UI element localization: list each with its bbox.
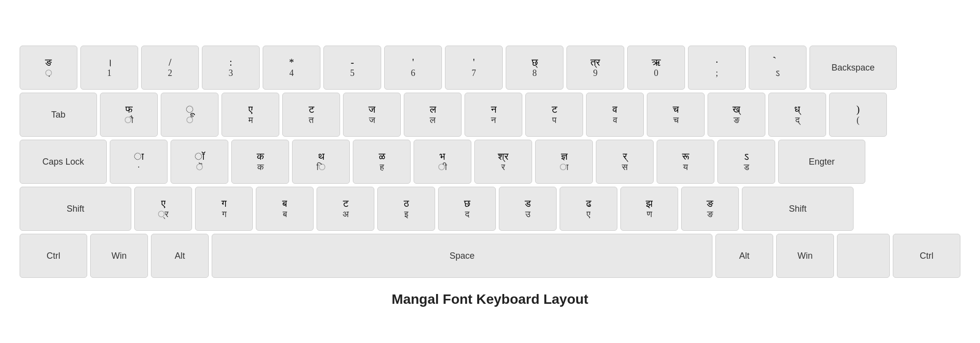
row-caps: Caps Lock ा · ॉ ॆ क क थ ि ळ ह भ ी श्र र	[20, 140, 960, 184]
key-enter[interactable]: Engter	[778, 140, 865, 184]
key-g[interactable]: ळ ह	[353, 140, 411, 184]
key-tab[interactable]: Tab	[20, 93, 97, 137]
key-backspace[interactable]: Backspace	[809, 46, 897, 90]
key-i[interactable]: ट प	[525, 93, 583, 137]
footer-title: Mangal Font Keyboard Layout	[392, 292, 588, 307]
key-backslash[interactable]: ) (	[829, 93, 887, 137]
key-6[interactable]: ' 6	[384, 46, 442, 90]
key-s[interactable]: ॉ ॆ	[171, 140, 228, 184]
key-ctrl-right[interactable]: Ctrl	[893, 234, 960, 278]
key-v[interactable]: ट अ	[317, 187, 374, 231]
key-a[interactable]: ा ·	[110, 140, 168, 184]
row-bottom: Ctrl Win Alt Space Alt Win Ctrl	[20, 234, 960, 278]
row-tab: Tab फ ौ ू ॅ ए म ट त ज ज ल ल न न	[20, 93, 960, 137]
key-b[interactable]: ठ इ	[377, 187, 435, 231]
key-alt-left[interactable]: Alt	[151, 234, 209, 278]
row-shift: Shift ए ्र ग ग ब ब ट अ ठ इ छ द ड उ	[20, 187, 960, 231]
key-9[interactable]: त्र 9	[566, 46, 624, 90]
key-l[interactable]: र् स	[596, 140, 654, 184]
key-caps-lock[interactable]: Caps Lock	[20, 140, 107, 184]
key-p[interactable]: च च	[647, 93, 705, 137]
key-7[interactable]: ' 7	[445, 46, 503, 90]
key-x[interactable]: ग ग	[195, 187, 253, 231]
key-lbracket[interactable]: ख् ङ	[708, 93, 765, 137]
key-comma[interactable]: ढ ए	[560, 187, 617, 231]
key-r[interactable]: ट त	[282, 93, 340, 137]
key-k[interactable]: ज्ञ ा	[535, 140, 593, 184]
key-f[interactable]: थ ि	[292, 140, 350, 184]
key-m[interactable]: ड उ	[499, 187, 557, 231]
key-8[interactable]: छ् 8	[506, 46, 564, 90]
key-space[interactable]: Space	[212, 234, 712, 278]
key-4[interactable]: * 4	[263, 46, 320, 90]
key-semicolon[interactable]: रू य	[657, 140, 714, 184]
keyboard: ङ ़ । 1 / 2 : 3 * 4 - 5 ' 6 ' 7	[10, 36, 970, 288]
key-alt-right[interactable]: Alt	[715, 234, 773, 278]
key-o[interactable]: व व	[586, 93, 644, 137]
key-5[interactable]: - 5	[323, 46, 381, 90]
key-q[interactable]: फ ौ	[100, 93, 158, 137]
key-y[interactable]: ल ल	[404, 93, 462, 137]
key-shift-left[interactable]: Shift	[20, 187, 131, 231]
key-1[interactable]: । 1	[80, 46, 138, 90]
key-d[interactable]: क क	[231, 140, 289, 184]
key-j[interactable]: श्र र	[474, 140, 532, 184]
key-z[interactable]: ए ्र	[134, 187, 192, 231]
key-c[interactable]: ब ब	[256, 187, 314, 231]
row-numbers: ङ ़ । 1 / 2 : 3 * 4 - 5 ' 6 ' 7	[20, 46, 960, 90]
key-w[interactable]: ू ॅ	[161, 93, 219, 137]
key-3[interactable]: : 3	[202, 46, 260, 90]
key-win-left[interactable]: Win	[90, 234, 148, 278]
key-u[interactable]: न न	[465, 93, 522, 137]
key-fn[interactable]	[837, 234, 890, 278]
key-slash[interactable]: ङ ङ	[681, 187, 739, 231]
key-t[interactable]: ज ज	[343, 93, 401, 137]
key-quote[interactable]: ऽ ड	[717, 140, 775, 184]
key-shift-right[interactable]: Shift	[742, 187, 854, 231]
key-e[interactable]: ए म	[221, 93, 279, 137]
key-win-right[interactable]: Win	[776, 234, 834, 278]
key-backtick[interactable]: ङ ़	[20, 46, 77, 90]
key-h[interactable]: भ ी	[414, 140, 471, 184]
key-0[interactable]: ऋ 0	[627, 46, 685, 90]
key-minus[interactable]: · ;	[688, 46, 746, 90]
key-equals[interactable]: ॓ ऽ	[749, 46, 807, 90]
key-rbracket[interactable]: ध् द्	[768, 93, 826, 137]
key-ctrl-left[interactable]: Ctrl	[20, 234, 87, 278]
key-period[interactable]: झ ण	[620, 187, 678, 231]
key-2[interactable]: / 2	[141, 46, 199, 90]
key-n[interactable]: छ द	[438, 187, 496, 231]
